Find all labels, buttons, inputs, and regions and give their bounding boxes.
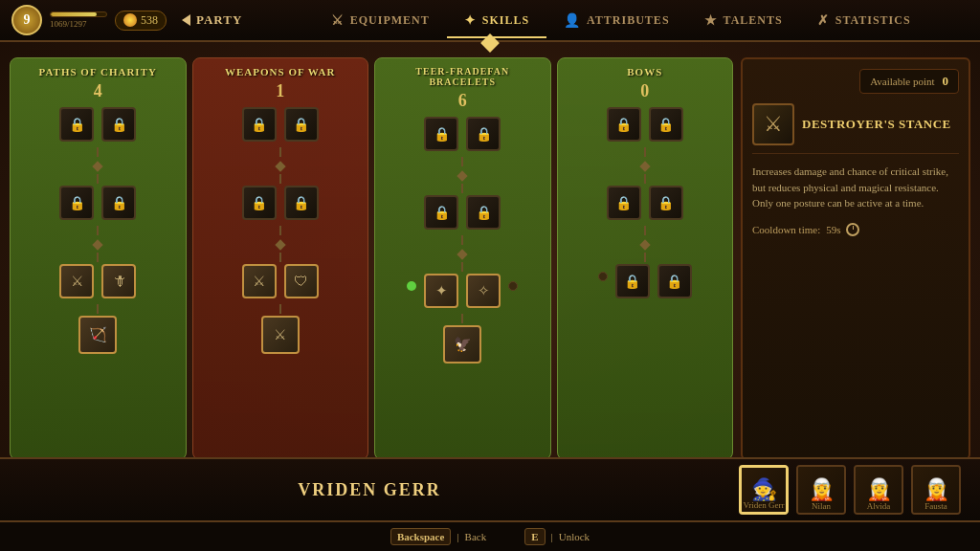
col-weapons-points: 1 [276,81,284,101]
tab-statistics[interactable]: ✗ Statistics [800,5,928,36]
lock-icon: 🔒 [111,195,127,211]
paths-node-1-1[interactable]: 🔒 [59,107,94,142]
weapons-row1: 🔒 🔒 [242,107,319,142]
lock-icon: 🔒 [111,117,127,133]
bows-node-2-1[interactable]: 🔒 [607,186,641,220]
skill-figure: ⚔ [253,273,265,290]
talents-icon: ★ [704,12,718,29]
skill-figure: 🗡 [112,274,126,290]
lock-icon: 🔒 [657,117,674,133]
portrait-name-vriden: Vriden Gerr [742,500,786,510]
tab-equipment[interactable]: ⚔ Equipment [314,5,447,36]
paths-node-3-1[interactable]: ⚔ [59,264,94,298]
paths-node-3-2[interactable]: 🗡 [101,264,136,298]
portrait-vriden[interactable]: 🧙 Vriden Gerr [739,465,789,515]
bows-indicator-left [598,272,608,281]
tab-statistics-label: Statistics [835,13,911,28]
weapons-node-1-2[interactable]: 🔒 [284,107,319,142]
lock-icon: 🔒 [69,195,85,211]
paths-grid: 🔒 🔒 🔒 🔒 [16,107,180,354]
weapons-node-3-2[interactable]: 🛡 [284,264,319,298]
col-weapons-title: Weapons of War [225,66,335,77]
weapons-row3: ⚔ 🛡 [242,264,319,298]
paths-vline-1 [97,147,99,157]
paths-row2: 🔒 🔒 [59,186,136,220]
bows-node-2-2[interactable]: 🔒 [649,186,683,220]
main-content: Paths of Charity 4 🔒 🔒 [0,48,980,465]
col-bows-points: 0 [640,81,649,101]
portrait-fausta[interactable]: 🧝 Fausta [911,465,961,515]
bows-node-3-2[interactable]: 🔒 [657,264,692,298]
skill-description: Increases damage and chance of critical … [752,164,959,211]
bows-diamond-1 [639,161,650,171]
inactive-indicator [508,281,518,291]
bows-vline-3 [644,226,646,235]
teer-node-1-1[interactable]: 🔒 [424,117,458,151]
party-bar: Vriden Gerr 🧙 Vriden Gerr 🧝 Nilan 🧝 Alvi… [0,457,980,522]
bows-row1: 🔒 🔒 [607,107,683,142]
skill-columns: Paths of Charity 4 🔒 🔒 [10,57,733,460]
teer-node-1-2[interactable]: 🔒 [466,117,501,151]
column-bows: Bows 0 🔒 🔒 🔒 [557,57,734,460]
weapons-node-bottom[interactable]: ⚔ [261,316,300,354]
attributes-icon: 👤 [564,12,581,29]
skill-title: Destroyer's Stance [802,117,951,132]
weapons-diamond-2 [275,239,285,250]
paths-node-1-2[interactable]: 🔒 [101,107,136,142]
gold-icon [123,13,137,27]
teer-node-3-2[interactable]: ✧ [466,274,501,308]
tab-talents[interactable]: ★ Talents [687,5,800,36]
skill-figure: 🛡 [294,274,308,290]
teer-vline-4 [461,262,463,272]
lock-icon: 🔒 [251,117,267,133]
paths-node-2-2[interactable]: 🔒 [101,186,136,220]
teer-grid: 🔒 🔒 🔒 🔒 [381,117,545,364]
tab-skills[interactable]: ✦ Skills [447,5,546,36]
xp-bar [50,11,107,17]
bows-vline-2 [644,174,646,184]
party-button[interactable]: Party [174,9,250,32]
available-points: Available point 0 [859,69,959,94]
character-name: Vriden Gerr [19,480,720,500]
teer-row3: ✦ ✧ [407,274,518,308]
portrait-nilan[interactable]: 🧝 Nilan [796,465,846,515]
lock-icon: 🔒 [476,126,492,143]
e-key: E [524,528,545,545]
skill-figure: ✧ [478,282,490,299]
teer-vline-1 [461,157,463,166]
weapons-vline-2 [279,174,281,184]
arrow-left-icon [182,14,190,26]
party-portraits: 🧙 Vriden Gerr 🧝 Nilan 🧝 Alvida 🧝 Fausta [739,465,961,515]
weapons-grid: 🔒 🔒 🔒 🔒 [199,107,363,354]
bows-node-1-1[interactable]: 🔒 [607,107,641,142]
nav-tabs: ⚔ Equipment ✦ Skills 👤 Attributes ★ Tale… [261,5,980,36]
weapons-row2: 🔒 🔒 [242,186,319,220]
skill-preview-icon: ⚔ [752,103,794,145]
weapons-node-1-1[interactable]: 🔒 [242,107,277,142]
teer-node-2-1[interactable]: 🔒 [424,195,458,230]
e-separator: | [551,531,553,542]
portrait-figure-alvida: 🧝 [866,477,892,502]
paths-node-2-1[interactable]: 🔒 [59,186,94,220]
weapons-node-3-1[interactable]: ⚔ [242,264,277,298]
teer-node-bottom[interactable]: 🦅 [443,325,481,364]
teer-node-3-1[interactable]: ✦ [424,274,458,308]
column-paths: Paths of Charity 4 🔒 🔒 [10,57,187,460]
skills-icon: ✦ [464,12,477,29]
portrait-name-alvida: Alvida [856,501,902,511]
portrait-figure-nilan: 🧝 [809,477,835,502]
tab-attributes[interactable]: 👤 Attributes [546,5,686,36]
bows-node-3-1[interactable]: 🔒 [615,264,650,298]
weapons-node-2-2[interactable]: 🔒 [284,186,319,220]
lock-icon: 🔒 [434,126,450,143]
teer-node-2-2[interactable]: 🔒 [466,195,501,230]
skill-preview-figure: ⚔ [764,112,783,137]
active-indicator [407,281,416,291]
paths-vline-5 [97,304,99,314]
paths-diamond-2 [93,239,103,250]
paths-node-bottom[interactable]: 🏹 [78,316,117,354]
teer-diamond-2 [457,249,468,259]
bows-node-1-2[interactable]: 🔒 [649,107,683,142]
weapons-node-2-1[interactable]: 🔒 [242,186,277,220]
portrait-alvida[interactable]: 🧝 Alvida [854,465,903,515]
